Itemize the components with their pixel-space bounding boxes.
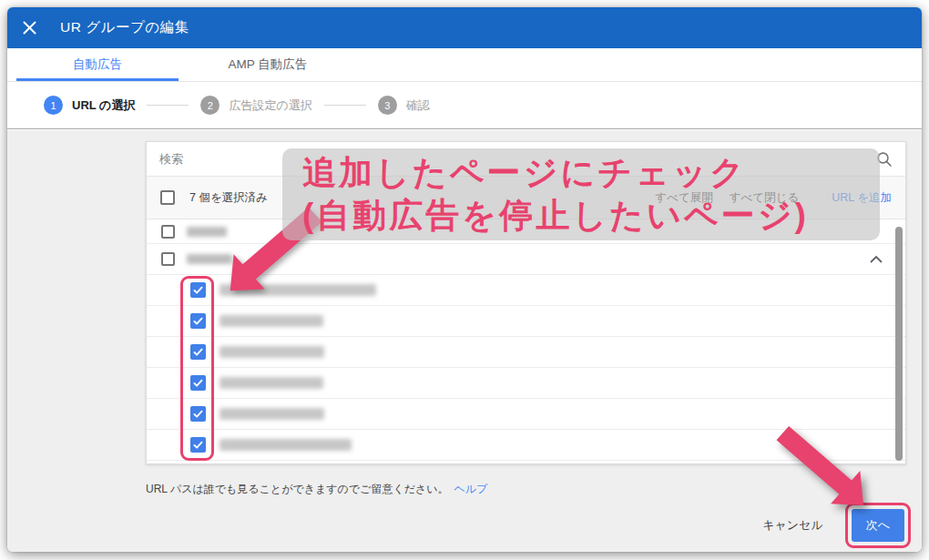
redacted-url-label [187,227,227,237]
list-item[interactable] [147,219,905,244]
list-item[interactable] [147,430,905,461]
close-icon[interactable] [11,21,47,35]
url-path-note: URL パスは誰でも見ることができますのでご留意ください。ヘルプ [146,482,487,497]
tab-auto-ads-label: 自動広告 [73,56,122,73]
redacted-url-label [219,346,324,358]
step-2-label: 広告設定の選択 [229,97,311,114]
search-row [147,142,905,177]
expand-all-button[interactable]: すべて展開 [655,190,712,206]
url-list-rows [147,219,905,461]
step-connector [147,105,189,106]
selection-summary: 7 個を選択済み [189,190,268,206]
select-all-checkbox[interactable] [160,190,175,205]
list-item[interactable] [147,399,905,430]
step-2-circle: 2 [200,96,219,115]
checked-checkbox[interactable] [190,406,206,422]
active-tab-underline [16,78,179,81]
redacted-url-label [219,408,324,420]
url-list-panel: 7 個を選択済み すべて展開 すべて閉じる URL を追加 [146,141,906,464]
unchecked-checkbox[interactable] [161,252,175,266]
list-item[interactable] [147,337,905,368]
unchecked-checkbox[interactable] [161,225,175,239]
checked-checkbox[interactable] [190,282,206,298]
step-1-circle: 1 [44,96,63,115]
list-item[interactable] [147,306,905,337]
search-icon[interactable] [876,151,893,168]
collapse-all-button[interactable]: すべて閉じる [730,190,799,206]
list-header-row: 7 個を選択済み すべて展開 すべて閉じる URL を追加 [147,177,905,219]
vertical-scrollbar[interactable] [895,227,903,461]
checked-checkbox[interactable] [190,437,206,453]
checked-checkbox[interactable] [190,344,206,360]
list-item[interactable] [147,244,905,275]
footer-actions: キャンセル 次へ [762,503,911,548]
tab-auto-ads[interactable]: 自動広告 [16,48,179,81]
add-url-button[interactable]: URL を追加 [832,190,892,206]
note-text: URL パスは誰でも見ることができますのでご留意ください。 [146,483,449,495]
redacted-url-label [219,315,323,327]
redacted-url-label [219,377,323,389]
next-button-highlight: 次へ [845,503,911,548]
dialog-header: UR グループの編集 [7,7,922,48]
tab-bar: 自動広告 AMP 自動広告 [7,48,922,82]
checked-checkbox[interactable] [190,313,206,329]
step-connector [324,105,366,106]
redacted-url-label [219,439,352,451]
step-confirm[interactable]: 3 確認 [378,96,430,115]
step-3-circle: 3 [378,96,397,115]
redacted-url-label [219,284,376,296]
list-item[interactable] [147,368,905,399]
checked-checkbox[interactable] [190,375,206,391]
list-item[interactable] [147,275,905,306]
step-url-selection[interactable]: 1 URL の選択 [44,96,135,115]
tab-amp-auto-ads[interactable]: AMP 自動広告 [179,48,357,81]
stepper: 1 URL の選択 2 広告設定の選択 3 確認 [7,82,922,129]
redacted-url-label [187,254,232,264]
next-button[interactable]: 次へ [852,509,904,542]
step-1-label: URL の選択 [72,97,135,114]
edit-url-group-dialog: UR グループの編集 自動広告 AMP 自動広告 1 URL の選択 2 広告設… [7,7,922,552]
collapse-chevron-icon[interactable] [870,255,883,263]
dialog-title: UR グループの編集 [60,18,189,37]
search-input[interactable] [159,152,876,166]
help-link[interactable]: ヘルプ [454,483,488,495]
step-3-label: 確認 [406,97,430,114]
tab-amp-auto-ads-label: AMP 自動広告 [229,56,308,73]
step-ad-settings[interactable]: 2 広告設定の選択 [200,96,311,115]
cancel-button[interactable]: キャンセル [762,517,823,534]
